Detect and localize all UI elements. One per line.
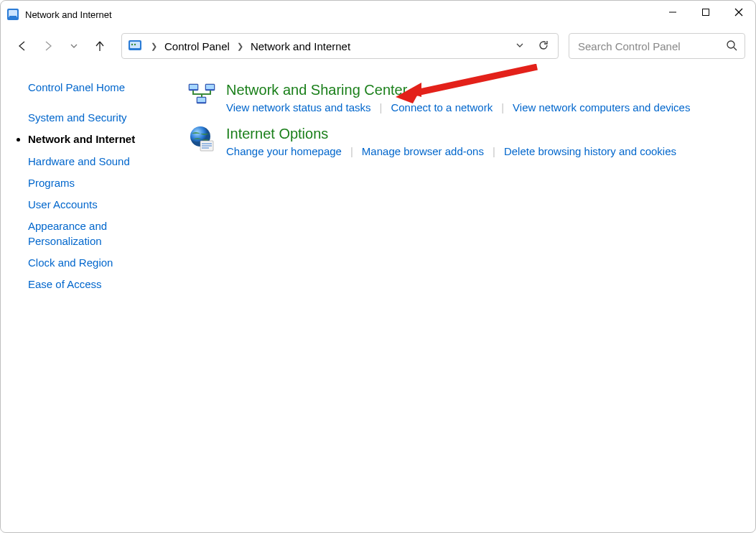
search-icon xyxy=(726,40,737,53)
svg-point-9 xyxy=(131,44,133,45)
close-button[interactable] xyxy=(722,1,755,24)
forward-button[interactable] xyxy=(37,34,60,57)
breadcrumb-root[interactable]: Control Panel xyxy=(162,40,233,52)
window-controls xyxy=(656,1,755,28)
control-panel-app-icon xyxy=(6,8,19,21)
sidebar-item-programs[interactable]: Programs xyxy=(18,176,160,190)
sidebar-item-user-accounts[interactable]: User Accounts xyxy=(18,198,160,212)
breadcrumb-sep-icon: ❯ xyxy=(146,42,162,51)
category-title-internet-options[interactable]: Internet Options xyxy=(226,125,741,142)
link-separator: | xyxy=(350,145,353,157)
network-sharing-icon xyxy=(187,100,216,112)
svg-rect-18 xyxy=(197,98,205,102)
link-separator: | xyxy=(501,101,504,113)
category-title-network-sharing[interactable]: Network and Sharing Center xyxy=(226,81,741,98)
back-button[interactable] xyxy=(11,34,34,57)
maximize-button[interactable] xyxy=(689,1,722,24)
titlebar: Network and Internet xyxy=(1,1,755,28)
sidebar-item-ease-of-access[interactable]: Ease of Access xyxy=(18,277,160,292)
content-area: Network and Sharing Center View network … xyxy=(167,64,755,532)
search-box[interactable] xyxy=(569,33,745,59)
task-manage-addons[interactable]: Manage browser add-ons xyxy=(362,145,484,157)
sidebar-item-clock-region[interactable]: Clock and Region xyxy=(18,256,160,270)
section-network-sharing: Network and Sharing Center View network … xyxy=(187,81,741,113)
minimize-button[interactable] xyxy=(656,1,689,24)
sidebar-item-hardware-sound[interactable]: Hardware and Sound xyxy=(18,154,160,169)
recent-locations-button[interactable] xyxy=(62,34,85,57)
search-input[interactable] xyxy=(577,40,722,53)
control-panel-icon xyxy=(128,39,142,53)
window-title: Network and Internet xyxy=(25,9,112,20)
svg-point-10 xyxy=(134,44,136,45)
sidebar-item-appearance[interactable]: Appearance and Personalization xyxy=(18,219,140,249)
task-connect-to-network[interactable]: Connect to a network xyxy=(391,101,493,113)
refresh-button[interactable] xyxy=(538,40,549,53)
svg-line-12 xyxy=(734,47,737,50)
svg-rect-4 xyxy=(703,9,709,16)
body: Control Panel Home System and Security N… xyxy=(1,64,755,532)
task-view-network-status[interactable]: View network status and tasks xyxy=(226,101,371,113)
link-separator: | xyxy=(493,145,495,157)
internet-options-icon xyxy=(187,144,216,156)
sidebar-item-network-internet[interactable]: Network and Internet xyxy=(18,132,160,147)
svg-point-11 xyxy=(727,41,734,48)
svg-rect-14 xyxy=(190,85,197,89)
svg-rect-2 xyxy=(9,16,17,17)
control-panel-window: Network and Internet xyxy=(0,0,756,533)
breadcrumb-sep-icon: ❯ xyxy=(233,42,248,51)
task-change-homepage[interactable]: Change your homepage xyxy=(226,145,342,157)
up-button[interactable] xyxy=(88,34,111,57)
breadcrumb-current[interactable]: Network and Internet xyxy=(248,40,353,52)
task-delete-browsing-history[interactable]: Delete browsing history and cookies xyxy=(504,145,676,157)
address-bar[interactable]: ❯ Control Panel ❯ Network and Internet xyxy=(121,33,559,59)
svg-rect-16 xyxy=(206,85,214,89)
link-separator: | xyxy=(380,101,383,113)
sidebar-home[interactable]: Control Panel Home xyxy=(18,81,160,93)
sidebar-item-system-security[interactable]: System and Security xyxy=(18,111,160,125)
toolbar: ❯ Control Panel ❯ Network and Internet xyxy=(1,28,755,64)
sidebar: Control Panel Home System and Security N… xyxy=(1,64,167,532)
task-view-network-computers[interactable]: View network computers and devices xyxy=(513,101,690,113)
section-internet-options: Internet Options Change your homepage | … xyxy=(187,125,741,157)
address-dropdown-icon[interactable] xyxy=(515,40,525,52)
